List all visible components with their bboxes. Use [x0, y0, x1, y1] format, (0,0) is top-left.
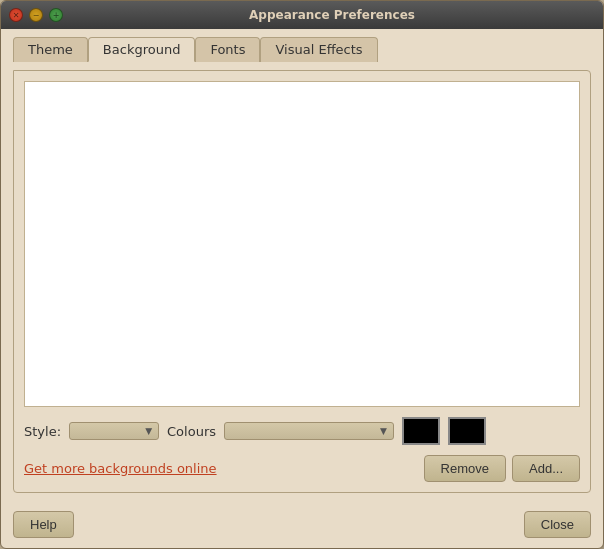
color-swatch-1[interactable]	[402, 417, 440, 445]
get-backgrounds-link[interactable]: Get more backgrounds online	[24, 461, 217, 476]
style-label: Style:	[24, 424, 61, 439]
style-dropdown[interactable]: ▼	[69, 422, 159, 440]
main-content: Theme Background Fonts Visual Effects St…	[1, 29, 603, 505]
add-button[interactable]: Add...	[512, 455, 580, 482]
tab-fonts[interactable]: Fonts	[195, 37, 260, 62]
bottom-bar: Help Close	[1, 505, 603, 548]
minimize-button[interactable]: −	[29, 8, 43, 22]
maximize-button[interactable]: +	[49, 8, 63, 22]
window-title: Appearance Preferences	[69, 8, 595, 22]
close-window-button[interactable]: ✕	[9, 8, 23, 22]
color-swatch-2[interactable]	[448, 417, 486, 445]
tab-background[interactable]: Background	[88, 37, 196, 62]
colours-dropdown-arrow: ▼	[380, 426, 387, 436]
close-button[interactable]: Close	[524, 511, 591, 538]
colours-dropdown[interactable]: ▼	[224, 422, 394, 440]
remove-add-buttons: Remove Add...	[424, 455, 580, 482]
tab-panel-background: Style: ▼ Colours ▼ Get more backgrounds …	[13, 70, 591, 493]
link-action-row: Get more backgrounds online Remove Add..…	[24, 455, 580, 482]
tab-bar: Theme Background Fonts Visual Effects	[13, 37, 591, 62]
minimize-icon: −	[33, 11, 40, 20]
close-icon: ✕	[13, 11, 20, 20]
background-preview	[24, 81, 580, 407]
tab-visual-effects[interactable]: Visual Effects	[260, 37, 377, 62]
colours-label: Colours	[167, 424, 216, 439]
help-button[interactable]: Help	[13, 511, 74, 538]
remove-button[interactable]: Remove	[424, 455, 506, 482]
app-window: ✕ − + Appearance Preferences Theme Backg…	[0, 0, 604, 549]
style-dropdown-arrow: ▼	[145, 426, 152, 436]
style-colours-row: Style: ▼ Colours ▼	[24, 417, 580, 445]
tab-theme[interactable]: Theme	[13, 37, 88, 62]
titlebar: ✕ − + Appearance Preferences	[1, 1, 603, 29]
maximize-icon: +	[53, 11, 60, 20]
